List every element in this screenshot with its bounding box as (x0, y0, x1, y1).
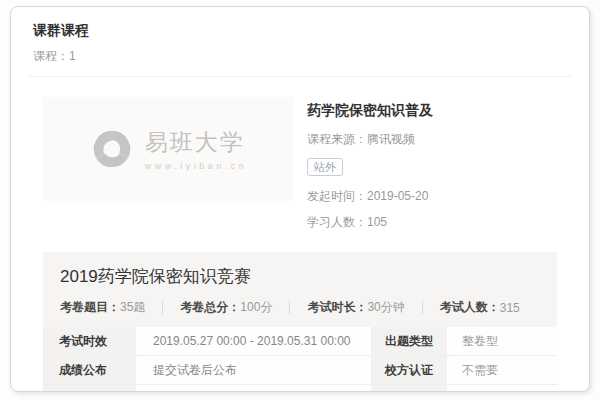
panel-header: 课群课程 课程：1 (29, 7, 571, 77)
row-value-question-type: 整卷型 (449, 327, 557, 355)
stat-duration-label: 考试时长： (307, 299, 367, 316)
page-title: 课群课程 (33, 22, 567, 40)
row-label-school-verify: 校方认证 (369, 356, 449, 384)
exam-section: 2019药学院保密知识竞赛 考卷题目：35题 考卷总分：100分 考试时长：30… (43, 252, 557, 392)
stat-examinee-count-value: 315 (500, 301, 520, 315)
offsite-badge: 站外 (307, 158, 343, 176)
stat-divider (289, 301, 290, 314)
yiban-swirl-logo-icon (89, 126, 135, 172)
exam-header: 2019药学院保密知识竞赛 考卷题目：35题 考卷总分：100分 考试时长：30… (43, 252, 557, 327)
course-group-panel: 课群课程 课程：1 易班大学 www.iyiban.cn (10, 6, 590, 392)
course-learner-count: 学习人数：105 (307, 214, 433, 231)
exam-title: 2019药学院保密知识竞赛 (60, 265, 540, 288)
yiban-site-url: www.iyiban.cn (145, 161, 248, 171)
row-label-retry-practice: 反复练习 (369, 385, 449, 392)
stat-divider (162, 301, 163, 314)
table-row: 成绩公布 提交试卷后公布 校方认证 不需要 (43, 356, 557, 385)
course-title: 药学院保密知识普及 (307, 102, 433, 120)
course-thumbnail[interactable]: 易班大学 www.iyiban.cn (43, 97, 293, 201)
stat-question-count-value: 35题 (120, 299, 145, 316)
row-label-score-release: 成绩公布 (43, 356, 138, 384)
yiban-brand-text: 易班大学 (145, 127, 248, 158)
course-start-time: 发起时间：2019-05-20 (307, 188, 433, 205)
row-value-exam-window: 2019.05.27 00:00 - 2019.05.31 00:00 (138, 327, 369, 355)
yiban-logo-text: 易班大学 www.iyiban.cn (145, 127, 248, 171)
course-source: 课程来源：腾讯视频 (307, 131, 433, 148)
stat-question-count-label: 考卷题目： (60, 299, 120, 316)
course-count: 课程：1 (33, 48, 567, 65)
row-value-retry-practice: 不允许 (449, 385, 557, 392)
row-label-question-type: 出题类型 (369, 327, 449, 355)
exam-detail-table: 考试时效 2019.05.27 00:00 - 2019.05.31 00:00… (43, 327, 557, 392)
row-value-score-release: 提交试卷后公布 (138, 356, 369, 384)
row-label-submit-mode: 提交方式 (43, 385, 138, 392)
stat-total-score-value: 100分 (240, 299, 272, 316)
row-label-exam-window: 考试时效 (43, 327, 138, 355)
stat-examinee-count-label: 考试人数： (440, 299, 500, 316)
yiban-logo: 易班大学 www.iyiban.cn (89, 126, 248, 172)
table-row: 考试时效 2019.05.27 00:00 - 2019.05.31 00:00… (43, 327, 557, 356)
table-row: 提交方式 整卷提交 反复练习 不允许 (43, 385, 557, 392)
stat-duration-value: 30分钟 (367, 299, 404, 316)
exam-stats: 考卷题目：35题 考卷总分：100分 考试时长：30分钟 考试人数：315 (60, 299, 540, 316)
course-card: 易班大学 www.iyiban.cn 药学院保密知识普及 课程来源：腾讯视频 站… (43, 97, 557, 240)
row-value-submit-mode: 整卷提交 (138, 385, 369, 392)
stat-total-score-label: 考卷总分： (180, 299, 240, 316)
stat-divider (422, 301, 423, 314)
row-value-school-verify: 不需要 (449, 356, 557, 384)
course-info: 药学院保密知识普及 课程来源：腾讯视频 站外 发起时间：2019-05-20 学… (307, 97, 433, 240)
